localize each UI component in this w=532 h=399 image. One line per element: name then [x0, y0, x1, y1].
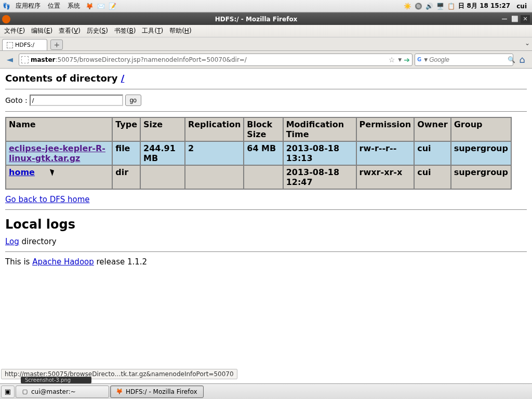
th-replication: Replication: [185, 117, 244, 141]
th-group: Group: [451, 117, 511, 141]
firefox-launcher-icon[interactable]: 🦊: [85, 2, 94, 10]
table-row: home dir 2013-08-18 12:47 rwxr-xr-x cui …: [6, 165, 511, 189]
menu-bookmarks[interactable]: 书签(B): [114, 26, 136, 35]
goto-label: Goto :: [5, 96, 28, 104]
gnome-foot-icon[interactable]: 👣: [2, 2, 10, 10]
taskbar-terminal-label: cui@master:~: [31, 388, 76, 395]
user-menu[interactable]: cui: [513, 3, 530, 10]
network-icon[interactable]: 🔘: [415, 3, 422, 10]
local-logs-heading: Local logs: [5, 217, 527, 232]
go-button[interactable]: go: [125, 95, 141, 106]
th-permission: Permission: [356, 117, 415, 141]
menu-view[interactable]: 查看(V): [59, 26, 81, 35]
cell-mod: 2013-08-18 13:13: [283, 141, 356, 165]
cell-size: 244.91 MB: [140, 141, 185, 165]
dir-root-link[interactable]: /: [121, 73, 125, 84]
new-tab-button[interactable]: +: [50, 39, 63, 50]
update-icon[interactable]: ☀️: [404, 3, 411, 10]
close-button[interactable]: ✕: [521, 15, 530, 23]
cell-group: supergroup: [451, 165, 511, 189]
screenshot-strip: Screenshot-3.png: [21, 377, 91, 383]
th-mod-time: Modification Time: [283, 117, 356, 141]
directory-table: Name Type Size Replication Block Size Mo…: [5, 117, 512, 190]
show-desktop-button[interactable]: ▣: [1, 385, 15, 398]
minimize-button[interactable]: —: [500, 15, 509, 23]
browser-tab[interactable]: HDFS:/: [2, 39, 47, 50]
cell-rep: [185, 165, 244, 189]
cell-mod: 2013-08-18 12:47: [283, 165, 356, 189]
th-size: Size: [140, 117, 185, 141]
tab-favicon: [7, 42, 13, 48]
th-type: Type: [112, 117, 140, 141]
cell-type: dir: [112, 165, 140, 189]
tab-label: HDFS:/: [15, 42, 34, 48]
go-arrow-icon[interactable]: ➔: [404, 56, 410, 64]
cell-owner: cui: [414, 141, 451, 165]
bookmark-star-icon[interactable]: ☆: [389, 56, 395, 64]
terminal-icon: ▢: [21, 388, 29, 395]
cell-group: supergroup: [451, 141, 511, 165]
file-link[interactable]: eclipse-jee-kepler-R-linux-gtk.tar.gz: [9, 143, 105, 163]
th-block-size: Block Size: [244, 117, 283, 141]
search-input[interactable]: [429, 56, 508, 63]
menu-tools[interactable]: 工具(T): [142, 26, 163, 35]
clock[interactable]: 日 8月 18 15:27: [458, 2, 510, 10]
mail-launcher-icon[interactable]: ✉️: [97, 2, 105, 10]
cell-owner: cui: [414, 165, 451, 189]
menu-places[interactable]: 位置: [46, 2, 62, 10]
binoculars-icon[interactable]: 🔍: [508, 56, 515, 63]
url-dropdown-icon[interactable]: ▼: [398, 57, 402, 62]
taskbar-firefox[interactable]: 🦊 HDFS:/ - Mozilla Firefox: [110, 385, 204, 398]
cell-block: 64 MB: [244, 141, 283, 165]
menu-file[interactable]: 文件(F): [4, 26, 25, 35]
menu-edit[interactable]: 编辑(E): [31, 26, 52, 35]
goto-input[interactable]: [30, 95, 123, 106]
table-header-row: Name Type Size Replication Block Size Mo…: [6, 117, 511, 141]
taskbar-terminal[interactable]: ▢ cui@master:~: [16, 385, 109, 398]
maximize-button[interactable]: ⬜: [510, 15, 520, 23]
cell-perm: rwxr-xr-x: [356, 165, 415, 189]
back-button[interactable]: ◄: [3, 53, 17, 66]
firefox-task-icon: 🦊: [116, 388, 123, 395]
notes-launcher-icon[interactable]: 📝: [108, 2, 116, 10]
search-box[interactable]: ▼ 🔍: [415, 54, 513, 66]
cell-block: [244, 165, 283, 189]
cell-type: file: [112, 141, 140, 165]
tab-list-dropdown[interactable]: ⌄: [525, 39, 530, 47]
display-icon[interactable]: 🖥️: [436, 3, 444, 10]
url-bar[interactable]: master:50075/browseDirectory.jsp?namenod…: [19, 54, 413, 66]
menu-history[interactable]: 历史(S): [87, 26, 108, 35]
taskbar-firefox-label: HDFS:/ - Mozilla Firefox: [126, 388, 197, 395]
th-name: Name: [6, 117, 112, 141]
url-favicon: [21, 56, 29, 63]
menu-system[interactable]: 系统: [65, 2, 82, 10]
table-row: eclipse-jee-kepler-R-linux-gtk.tar.gz fi…: [6, 141, 511, 165]
cell-rep: 2: [185, 141, 244, 165]
dir-link[interactable]: home: [9, 167, 35, 177]
th-owner: Owner: [414, 117, 451, 141]
cell-size: [140, 165, 185, 189]
google-icon: [417, 56, 421, 63]
hadoop-link[interactable]: Apache Hadoop: [32, 257, 94, 267]
firefox-icon: [2, 15, 10, 23]
clipboard-icon[interactable]: 📋: [447, 3, 455, 10]
volume-icon[interactable]: 🔊: [425, 3, 433, 10]
search-engine-dropdown[interactable]: ▼: [424, 57, 428, 62]
log-suffix: directory: [19, 237, 57, 246]
home-button[interactable]: ⌂: [515, 53, 529, 66]
log-link[interactable]: Log: [5, 237, 19, 246]
window-title: HDFS:/ - Mozilla Firefox: [14, 16, 499, 23]
page-title: Contents of directory /: [5, 73, 527, 84]
url-text: master:50075/browseDirectory.jsp?namenod…: [31, 56, 387, 63]
release-line: This is Apache Hadoop release 1.1.2: [5, 257, 527, 267]
menu-help[interactable]: 帮助(H): [169, 26, 191, 35]
cell-perm: rw-r--r--: [356, 141, 415, 165]
dfs-home-link[interactable]: Go back to DFS home: [5, 195, 90, 204]
menu-applications[interactable]: 应用程序: [14, 2, 43, 10]
